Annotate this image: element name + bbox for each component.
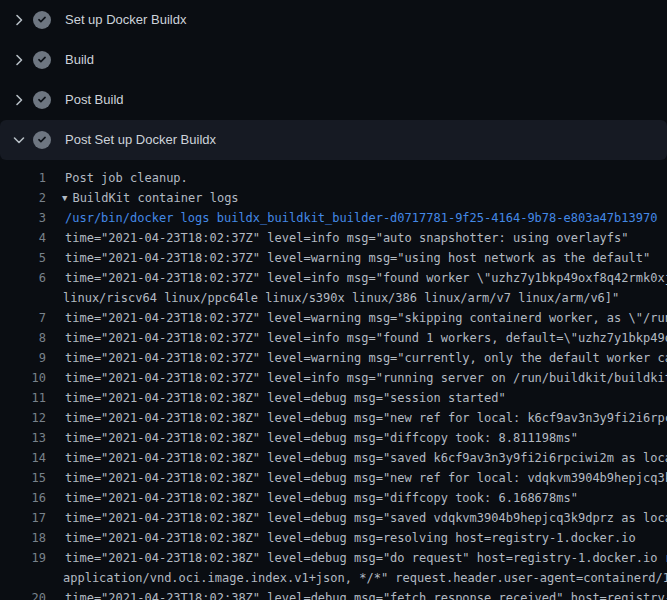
log-line-number[interactable]: 7 <box>0 311 46 325</box>
log-line: 10time="2021-04-23T18:02:37Z" level=info… <box>0 368 667 388</box>
step-row-set-up-docker-buildx[interactable]: Set up Docker Buildx <box>0 0 667 40</box>
log-line: application/vnd.oci.image.index.v1+json,… <box>0 568 667 588</box>
step-label: Post Set up Docker Buildx <box>65 132 216 148</box>
chevron-right-icon[interactable] <box>11 92 27 108</box>
log-line: 3/usr/bin/docker logs buildx_buildkit_bu… <box>0 208 667 228</box>
log-line-text: linux/riscv64 linux/ppc64le linux/s390x … <box>63 291 619 305</box>
log-line: 13time="2021-04-23T18:02:38Z" level=debu… <box>0 428 667 448</box>
log-line: 1Post job cleanup. <box>0 168 667 188</box>
log-line: 7time="2021-04-23T18:02:37Z" level=warni… <box>0 308 667 328</box>
check-circle-icon <box>33 11 51 29</box>
log-line-number[interactable]: 6 <box>0 271 46 285</box>
log-line: 11time="2021-04-23T18:02:38Z" level=debu… <box>0 388 667 408</box>
log-line-number[interactable]: 10 <box>0 371 46 385</box>
log-line: linux/riscv64 linux/ppc64le linux/s390x … <box>0 288 667 308</box>
log-line-text: time="2021-04-23T18:02:37Z" level=info m… <box>65 271 667 285</box>
check-circle-icon <box>33 91 51 109</box>
log-command-text: /usr/bin/docker logs buildx_buildkit_bui… <box>65 211 657 225</box>
log-line-text: application/vnd.oci.image.index.v1+json,… <box>63 571 667 585</box>
step-row-post-build[interactable]: Post Build <box>0 80 667 120</box>
log-line: 15time="2021-04-23T18:02:38Z" level=debu… <box>0 468 667 488</box>
steps-list: Set up Docker BuildxBuildPost BuildPost … <box>0 0 667 160</box>
log-line-text: time="2021-04-23T18:02:38Z" level=debug … <box>65 431 578 445</box>
chevron-right-icon[interactable] <box>11 52 27 68</box>
log-line-number[interactable]: 12 <box>0 411 46 425</box>
log-line: 14time="2021-04-23T18:02:38Z" level=debu… <box>0 448 667 468</box>
log-line: 12time="2021-04-23T18:02:38Z" level=debu… <box>0 408 667 428</box>
log-line-text: time="2021-04-23T18:02:38Z" level=debug … <box>65 411 667 425</box>
log-line-text: time="2021-04-23T18:02:38Z" level=debug … <box>65 531 636 545</box>
log-line: 8time="2021-04-23T18:02:37Z" level=info … <box>0 328 667 348</box>
log-line-text: time="2021-04-23T18:02:38Z" level=debug … <box>65 511 667 525</box>
step-row-build[interactable]: Build <box>0 40 667 80</box>
log-line-number[interactable]: 15 <box>0 471 46 485</box>
log-line: 9time="2021-04-23T18:02:37Z" level=warni… <box>0 348 667 368</box>
log-line-text: time="2021-04-23T18:02:37Z" level=info m… <box>65 231 629 245</box>
log-line-number[interactable]: 1 <box>0 171 46 185</box>
log-line-number[interactable]: 16 <box>0 491 46 505</box>
log-line-number[interactable]: 18 <box>0 531 46 545</box>
log-line-number[interactable]: 9 <box>0 351 46 365</box>
log-line: 6time="2021-04-23T18:02:37Z" level=info … <box>0 268 667 288</box>
log-line: 2▼BuildKit container logs <box>0 188 667 208</box>
log-line-text: time="2021-04-23T18:02:37Z" level=warnin… <box>65 351 667 365</box>
log-line-number[interactable]: 20 <box>0 591 46 600</box>
log-line-number[interactable]: 19 <box>0 551 46 565</box>
log-line-text: time="2021-04-23T18:02:37Z" level=warnin… <box>65 251 650 265</box>
log-line-number[interactable]: 2 <box>0 191 46 205</box>
step-label: Set up Docker Buildx <box>65 12 186 28</box>
log-line-number[interactable]: 17 <box>0 511 46 525</box>
step-label: Post Build <box>65 92 124 108</box>
log-line-text: time="2021-04-23T18:02:37Z" level=info m… <box>65 371 667 385</box>
log-line-text: time="2021-04-23T18:02:38Z" level=debug … <box>65 491 578 505</box>
log-line-text: time="2021-04-23T18:02:38Z" level=debug … <box>65 591 667 600</box>
check-circle-icon <box>33 131 51 149</box>
log-line-number[interactable]: 13 <box>0 431 46 445</box>
step-row-post-set-up-docker-buildx[interactable]: Post Set up Docker Buildx <box>0 120 667 160</box>
log-lines: 1Post job cleanup.2▼BuildKit container l… <box>0 160 667 600</box>
log-line-number[interactable]: 11 <box>0 391 46 405</box>
chevron-right-icon[interactable] <box>11 12 27 28</box>
group-title: BuildKit container logs <box>72 191 238 205</box>
log-line-number[interactable]: 8 <box>0 331 46 345</box>
log-line-text: time="2021-04-23T18:02:37Z" level=warnin… <box>65 311 667 325</box>
log-line-number[interactable]: 4 <box>0 231 46 245</box>
log-line-text: time="2021-04-23T18:02:38Z" level=debug … <box>65 471 667 485</box>
log-line-number[interactable]: 3 <box>0 211 46 225</box>
step-label: Build <box>65 52 94 68</box>
check-circle-icon <box>33 51 51 69</box>
log-line-text: time="2021-04-23T18:02:38Z" level=debug … <box>65 451 667 465</box>
group-caret-icon[interactable]: ▼ <box>62 193 67 203</box>
log-line: 17time="2021-04-23T18:02:38Z" level=debu… <box>0 508 667 528</box>
log-line: 4time="2021-04-23T18:02:37Z" level=info … <box>0 228 667 248</box>
log-line-text: Post job cleanup. <box>65 171 188 185</box>
workflow-log-viewer: Set up Docker BuildxBuildPost BuildPost … <box>0 0 667 600</box>
log-line-number[interactable]: 5 <box>0 251 46 265</box>
log-line-text: time="2021-04-23T18:02:37Z" level=info m… <box>65 331 667 345</box>
log-line-text: ▼BuildKit container logs <box>62 191 239 205</box>
log-line: 20time="2021-04-23T18:02:38Z" level=debu… <box>0 588 667 600</box>
log-line: 19time="2021-04-23T18:02:38Z" level=debu… <box>0 548 667 568</box>
log-line: 18time="2021-04-23T18:02:38Z" level=debu… <box>0 528 667 548</box>
log-line: 5time="2021-04-23T18:02:37Z" level=warni… <box>0 248 667 268</box>
log-line-text: time="2021-04-23T18:02:38Z" level=debug … <box>65 391 506 405</box>
chevron-down-icon[interactable] <box>11 132 27 148</box>
log-line-number[interactable]: 14 <box>0 451 46 465</box>
log-line: 16time="2021-04-23T18:02:38Z" level=debu… <box>0 488 667 508</box>
log-line-text: time="2021-04-23T18:02:38Z" level=debug … <box>65 551 667 565</box>
